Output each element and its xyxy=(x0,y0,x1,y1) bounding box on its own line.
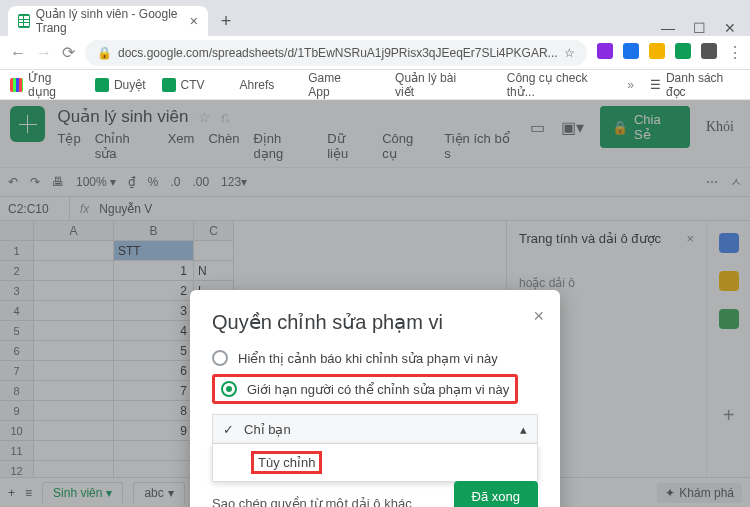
radio-icon xyxy=(212,350,228,366)
radio-restrict[interactable]: Giới hạn người có thể chỉnh sửa phạm vi … xyxy=(221,381,509,397)
dialog-close-icon[interactable]: × xyxy=(533,306,544,327)
extension-icon[interactable] xyxy=(623,43,639,59)
bookmark-item[interactable]: Quản lý bài viết xyxy=(377,71,473,99)
window-close-icon[interactable]: ✕ xyxy=(724,20,736,36)
extension-icon[interactable] xyxy=(675,43,691,59)
dropdown-item-custom[interactable]: Tùy chỉnh xyxy=(213,444,537,481)
window-maximize-icon[interactable]: ☐ xyxy=(693,20,706,36)
star-icon[interactable]: ☆ xyxy=(564,46,575,60)
nav-reload-icon[interactable]: ⟳ xyxy=(62,43,75,62)
bookmark-item[interactable]: Duyệt xyxy=(95,78,146,92)
chevron-up-icon: ▴ xyxy=(520,422,527,437)
nav-forward-icon: → xyxy=(36,44,52,62)
reading-list[interactable]: ☰Danh sách đọc xyxy=(650,71,740,99)
svg-rect-3 xyxy=(23,16,24,26)
radio-icon xyxy=(221,381,237,397)
browser-titlebar: Quản lý sinh viên - Google Trang × + — ☐… xyxy=(0,0,750,36)
bookmark-item[interactable]: Ahrefs xyxy=(221,78,275,92)
bookmark-item[interactable]: CTV xyxy=(162,78,205,92)
done-button[interactable]: Đã xong xyxy=(454,481,538,507)
browser-tab[interactable]: Quản lý sinh viên - Google Trang × xyxy=(8,6,208,36)
extension-icon[interactable] xyxy=(701,43,717,59)
sheets-favicon xyxy=(18,14,30,28)
tab-title: Quản lý sinh viên - Google Trang xyxy=(36,7,184,35)
dropdown-menu: Tùy chỉnh xyxy=(212,444,538,482)
bookmarks-bar: Ứng dụng Duyệt CTV Ahrefs Game App Quản … xyxy=(0,70,750,100)
lock-icon: 🔒 xyxy=(97,46,112,60)
nav-back-icon[interactable]: ← xyxy=(10,44,26,62)
radio-show-warning[interactable]: Hiển thị cảnh báo khi chỉnh sửa phạm vi … xyxy=(212,350,538,366)
url-field[interactable]: 🔒 docs.google.com/spreadsheets/d/1TbEwNS… xyxy=(85,40,587,66)
edit-range-permissions-dialog: × Quyền chỉnh sửa phạm vi Hiển thị cảnh … xyxy=(190,290,560,507)
extension-icon[interactable] xyxy=(597,43,613,59)
address-bar: ← → ⟳ 🔒 docs.google.com/spreadsheets/d/1… xyxy=(0,36,750,70)
bookmark-overflow[interactable]: » xyxy=(627,78,634,92)
tab-close-icon[interactable]: × xyxy=(190,13,198,29)
url-text: docs.google.com/spreadsheets/d/1TbEwNSRu… xyxy=(118,46,558,60)
browser-menu-icon[interactable]: ⋮ xyxy=(727,43,743,62)
apps-button[interactable]: Ứng dụng xyxy=(10,71,79,99)
new-tab-button[interactable]: + xyxy=(214,9,238,33)
extension-icon[interactable] xyxy=(649,43,665,59)
dialog-title: Quyền chỉnh sửa phạm vi xyxy=(212,310,538,334)
bookmark-item[interactable]: Công cụ check thử... xyxy=(489,71,612,99)
restrict-dropdown[interactable]: ✓Chỉ bạn ▴ xyxy=(212,414,538,444)
extensions: ⋮ xyxy=(597,43,743,62)
sheets-app: Quản lý sinh viên ☆ ⎌ Tệp Chỉnh sửa Xem … xyxy=(0,100,750,507)
check-icon: ✓ xyxy=(223,422,234,437)
bookmark-item[interactable]: Game App xyxy=(290,71,361,99)
window-minimize-icon[interactable]: — xyxy=(661,20,675,36)
